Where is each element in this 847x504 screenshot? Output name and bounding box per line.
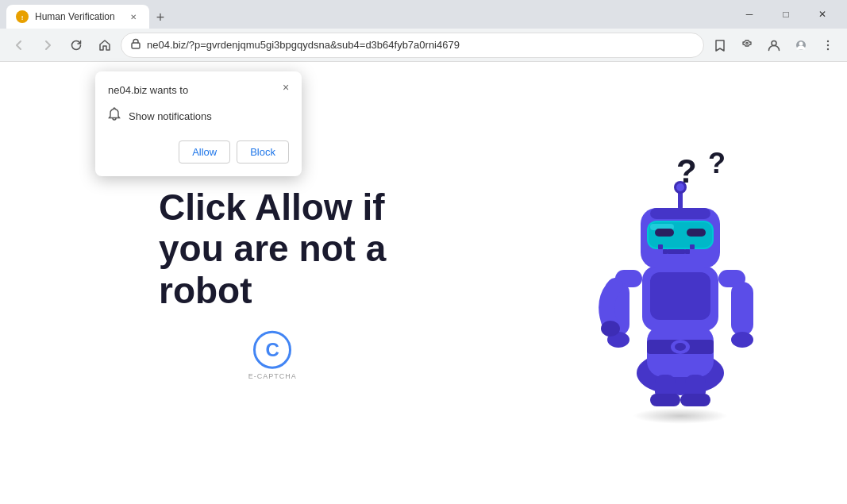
- ecaptcha-c-letter: C: [265, 339, 279, 361]
- allow-button[interactable]: Allow: [179, 140, 230, 164]
- bell-icon: [108, 107, 121, 125]
- headline-line3: robot: [159, 270, 252, 311]
- svg-point-6: [799, 41, 803, 45]
- svg-point-3: [746, 42, 748, 44]
- svg-rect-27: [650, 208, 710, 219]
- maximize-button[interactable]: □: [768, 0, 804, 29]
- address-bar[interactable]: ne04.biz/?p=gvrdenjqmu5gi3bpgqydsna&sub4…: [121, 33, 704, 58]
- svg-point-8: [827, 44, 829, 45]
- extensions-button[interactable]: [734, 33, 760, 58]
- tab-bar: ! Human Verification ✕ +: [6, 0, 722, 29]
- account-button[interactable]: [761, 33, 787, 58]
- headline-line1: Click Allow if: [159, 186, 385, 227]
- tab-title: Human Verification: [35, 11, 121, 22]
- toolbar-actions: [707, 33, 841, 58]
- svg-text:!: !: [21, 14, 24, 21]
- headline-line2: you are not a: [159, 228, 386, 269]
- svg-rect-35: [668, 249, 685, 254]
- url-text: ne04.biz/?p=gvrdenjqmu5gi3bpgqydsna&sub4…: [147, 39, 694, 51]
- profile-button[interactable]: [788, 33, 814, 58]
- svg-rect-34: [663, 249, 668, 254]
- page-content: × ne04.biz wants to Show notifications A…: [0, 62, 847, 504]
- forward-button[interactable]: [35, 33, 60, 58]
- back-button[interactable]: [6, 33, 32, 58]
- text-section: Click Allow if you are not a robot C E-C…: [159, 186, 386, 380]
- svg-point-16: [675, 343, 686, 351]
- bookmark-button[interactable]: [707, 33, 733, 58]
- svg-rect-2: [132, 43, 140, 48]
- robot-illustration: ? ?: [593, 143, 768, 424]
- popup-site-text: ne04.biz wants to: [108, 84, 289, 96]
- tab-close-button[interactable]: ✕: [127, 10, 140, 23]
- tab-favicon: !: [16, 10, 29, 23]
- minimize-button[interactable]: ─: [731, 0, 768, 29]
- menu-button[interactable]: [815, 33, 841, 58]
- chrome-window: ! Human Verification ✕ + ─ □ ✕: [0, 0, 847, 504]
- svg-point-25: [731, 332, 753, 348]
- page-headline: Click Allow if you are not a robot: [159, 186, 386, 312]
- ecaptcha-circle: C: [253, 331, 291, 369]
- svg-point-22: [601, 321, 620, 337]
- svg-rect-44: [680, 394, 710, 406]
- svg-point-7: [827, 40, 829, 41]
- title-bar: ! Human Verification ✕ + ─ □ ✕: [0, 0, 847, 29]
- permission-text: Show notifications: [129, 110, 212, 122]
- new-tab-button[interactable]: +: [149, 6, 171, 29]
- svg-point-40: [676, 183, 684, 191]
- ecaptcha-label: E-CAPTCHA: [248, 372, 297, 380]
- window-close-button[interactable]: ✕: [804, 0, 841, 29]
- svg-rect-36: [685, 249, 690, 254]
- robot-svg: ? ?: [593, 143, 768, 413]
- notification-popup: × ne04.biz wants to Show notifications A…: [95, 71, 302, 176]
- svg-rect-18: [650, 272, 710, 320]
- home-button[interactable]: [92, 33, 117, 58]
- toolbar: ne04.biz/?p=gvrdenjqmu5gi3bpgqydsna&sub4…: [0, 29, 847, 62]
- window-controls: ─ □ ✕: [731, 0, 841, 29]
- svg-text:?: ?: [708, 147, 726, 179]
- popup-buttons: Allow Block: [108, 140, 289, 164]
- block-button[interactable]: Block: [237, 140, 289, 164]
- lock-icon: [131, 38, 141, 52]
- ecaptcha-logo: C E-CAPTCHA: [159, 331, 386, 380]
- reload-button[interactable]: [64, 33, 89, 58]
- active-tab[interactable]: ! Human Verification ✕: [6, 5, 149, 29]
- svg-point-4: [772, 40, 776, 45]
- popup-permission: Show notifications: [108, 107, 289, 125]
- svg-rect-24: [731, 282, 753, 336]
- popup-close-button[interactable]: ×: [278, 79, 294, 95]
- svg-rect-37: [690, 244, 695, 249]
- svg-point-9: [827, 48, 829, 49]
- svg-rect-31: [655, 229, 674, 237]
- svg-rect-43: [650, 394, 680, 406]
- svg-rect-33: [658, 244, 663, 249]
- svg-rect-32: [687, 229, 706, 237]
